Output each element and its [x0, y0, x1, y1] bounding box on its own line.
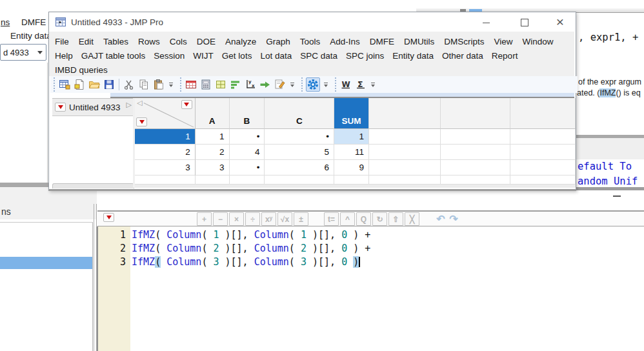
row-number-cell[interactable]: 2 — [135, 145, 196, 160]
delete-button[interactable]: ╳ — [405, 212, 419, 226]
data-cell[interactable]: 9 — [334, 160, 369, 176]
calculator-icon[interactable] — [199, 78, 212, 91]
data-cell[interactable]: 1 — [334, 129, 369, 145]
new-data-table-icon[interactable] — [58, 78, 71, 91]
menu-item-analyze[interactable]: Analyze — [225, 37, 256, 46]
grid-icon[interactable] — [214, 78, 227, 91]
menu-item-spc-joins[interactable]: SPC joins — [346, 51, 384, 61]
toolbar-overflow-icon[interactable] — [323, 80, 329, 90]
peel-button[interactable]: ^ — [340, 212, 355, 226]
plot-axes-icon[interactable]: yx — [244, 78, 257, 91]
redo-button[interactable]: ↷ — [448, 213, 459, 225]
data-cell[interactable]: 5 — [265, 145, 334, 160]
column-header-empty[interactable] — [510, 98, 576, 129]
new-window-icon[interactable] — [73, 78, 86, 91]
close-button[interactable]: × — [553, 13, 567, 31]
bg-menu-fragment-dmfe[interactable]: DMFE — [21, 17, 46, 27]
data-cell-empty[interactable] — [334, 176, 369, 185]
data-cell-empty[interactable] — [369, 160, 441, 176]
data-cell-empty[interactable] — [369, 129, 441, 145]
formula-splitter-line[interactable] — [94, 204, 94, 351]
columns-menu-icon[interactable] — [181, 100, 192, 109]
formula-line-2[interactable]: IfMZ( Column( 2 )[], Column( 2 )[], 0 ) … — [130, 242, 644, 256]
toolbar-overflow-icon[interactable] — [168, 80, 174, 90]
menu-item-graph[interactable]: Graph — [266, 37, 290, 46]
formula-red-triangle-menu-icon[interactable] — [103, 213, 114, 222]
bar-chart-icon[interactable] — [229, 78, 242, 91]
column-header-empty[interactable] — [369, 98, 441, 129]
menu-item-other-data[interactable]: Other data — [442, 51, 483, 61]
data-cell-empty[interactable] — [441, 129, 511, 145]
column-header-a[interactable]: A — [196, 98, 230, 129]
formula-code-editor[interactable]: IfMZ( Column( 1 )[], Column( 1 )[], 0 ) … — [130, 226, 644, 351]
data-cell-empty[interactable] — [441, 145, 511, 160]
menu-item-session[interactable]: Session — [154, 51, 185, 61]
data-cell-empty[interactable] — [510, 160, 576, 176]
menu-item-edit[interactable]: Edit — [79, 37, 94, 46]
grid-corner-cell[interactable]: ◁ — [135, 98, 196, 129]
divide-button[interactable]: ÷ — [245, 212, 260, 226]
data-cell[interactable]: 4 — [230, 145, 265, 160]
data-cell-empty[interactable] — [441, 160, 511, 176]
row-number-cell-empty[interactable] — [135, 176, 196, 185]
menu-item-window[interactable]: Window — [523, 37, 554, 46]
local-variable-button[interactable]: t= — [324, 212, 339, 226]
magnify-button[interactable]: Q — [356, 212, 371, 226]
paste-icon[interactable] — [152, 78, 165, 91]
multiply-button[interactable]: × — [229, 212, 244, 226]
bg-list-panel[interactable] — [0, 222, 93, 351]
corner-left-triangle-icon[interactable]: ◁ — [137, 99, 142, 107]
menu-item-lot-data[interactable]: Lot data — [260, 51, 292, 61]
tables-panel-header[interactable]: Untitled 4933 — [52, 98, 133, 116]
data-table-icon[interactable] — [185, 78, 197, 91]
sigma-summary-icon[interactable]: Σ — [354, 78, 367, 91]
menu-item-tables[interactable]: Tables — [103, 37, 128, 46]
menu-item-cols[interactable]: Cols — [170, 37, 187, 46]
data-cell[interactable]: 6 — [265, 160, 334, 176]
data-cell[interactable]: 3 — [196, 160, 230, 176]
plus-button[interactable]: + — [197, 212, 212, 226]
promote-button[interactable]: ⇧ — [388, 212, 403, 226]
maximize-button[interactable] — [521, 19, 528, 26]
red-triangle-menu-icon[interactable] — [55, 103, 66, 112]
menu-item-wijt[interactable]: WIJT — [193, 51, 214, 61]
bg-menu-fragment-entity-data[interactable]: Entity data — [10, 31, 52, 41]
menu-item-dmfe[interactable]: DMFE — [370, 37, 394, 46]
power-button[interactable]: xʸ — [261, 212, 276, 226]
cut-icon[interactable] — [123, 78, 136, 91]
edit-script-icon[interactable] — [274, 78, 287, 91]
panel-disclosure-icon[interactable]: ▷ — [126, 101, 132, 109]
data-cell-empty[interactable] — [510, 129, 576, 145]
column-header-c[interactable]: C — [265, 98, 334, 129]
data-cell-empty[interactable] — [510, 176, 576, 185]
menu-item-doe[interactable]: DOE — [197, 37, 216, 46]
toolbar-overflow-icon[interactable] — [370, 80, 376, 90]
join-icon[interactable] — [259, 78, 272, 91]
menu-item-view[interactable]: View — [494, 37, 512, 46]
data-cell[interactable]: • — [265, 129, 334, 145]
undo-button[interactable]: ↶ — [435, 213, 447, 225]
bg-menu-fragment-ns[interactable]: ns — [1, 17, 10, 27]
chevron-down-icon[interactable] — [37, 51, 43, 54]
w-chart-icon[interactable]: W — [339, 78, 352, 91]
data-cell-empty[interactable] — [265, 176, 334, 185]
table-selector-combobox[interactable]: d 4933 — [0, 44, 46, 61]
menu-item-report[interactable]: Report — [492, 51, 518, 61]
menu-item-tools[interactable]: Tools — [300, 37, 321, 46]
formula-line-3[interactable]: IfMZ( Column( 3 )[], Column( 3 )[], 0 ) — [130, 256, 644, 269]
data-cell-empty[interactable] — [441, 176, 511, 185]
data-cell-empty[interactable] — [369, 176, 441, 185]
refresh-button[interactable]: ↻ — [372, 212, 387, 226]
menu-item-rows[interactable]: Rows — [138, 37, 160, 46]
row-number-cell[interactable]: 3 — [135, 160, 196, 176]
menu-item-dmutils[interactable]: DMUtils — [404, 37, 434, 46]
menu-item-get-lots[interactable]: Get lots — [222, 51, 252, 61]
menu-item-file[interactable]: File — [55, 37, 69, 46]
data-cell-empty[interactable] — [230, 176, 265, 185]
menu-item-dmscripts[interactable]: DMScripts — [444, 37, 484, 46]
formula-line-1[interactable]: IfMZ( Column( 1 )[], Column( 1 )[], 0 ) … — [130, 228, 644, 242]
sign-button[interactable]: ± — [294, 212, 308, 226]
data-cell-empty[interactable] — [510, 145, 576, 160]
menu-item-imbd-queries[interactable]: IMBD queries — [55, 65, 108, 75]
menu-item-add-ins[interactable]: Add-Ins — [330, 37, 360, 46]
